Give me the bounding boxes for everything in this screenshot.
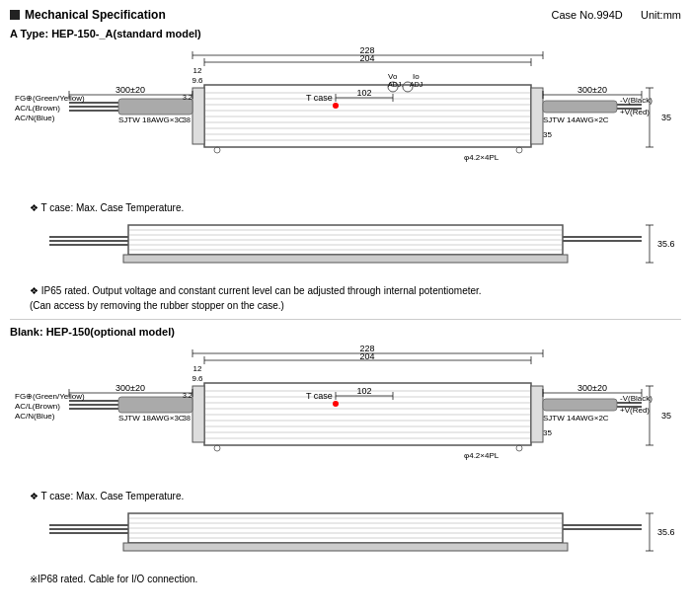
svg-text:35.6: 35.6 [657, 239, 675, 249]
svg-point-63 [214, 147, 220, 153]
svg-text:SJTW 18AWG×3C: SJTW 18AWG×3C [118, 414, 185, 423]
case-info: Case No.994D Unit:mm [552, 9, 681, 21]
profile-blank-svg: 35.6 [10, 503, 681, 568]
section-a-top-diagram: 228 204 12 9.6 [10, 43, 681, 198]
section-a-profile: 35.6 [10, 215, 681, 281]
section-a-label: A Type: HEP-150-_A(standard model) [10, 28, 681, 39]
svg-text:FG⊕(Green/Yellow): FG⊕(Green/Yellow) [15, 94, 85, 103]
svg-text:AC/L(Brown): AC/L(Brown) [15, 402, 60, 411]
svg-text:Vo: Vo [388, 72, 398, 81]
svg-text:+V(Red): +V(Red) [620, 406, 650, 415]
svg-text:AC/L(Brown): AC/L(Brown) [15, 104, 60, 113]
svg-point-64 [516, 147, 522, 153]
svg-rect-102 [192, 386, 204, 442]
svg-point-50 [333, 103, 339, 109]
section-a: A Type: HEP-150-_A(standard model) 228 2… [10, 28, 681, 311]
title-icon [10, 10, 20, 20]
title-block: Mechanical Specification [10, 8, 166, 22]
svg-text:102: 102 [356, 88, 371, 98]
svg-text:300±20: 300±20 [115, 383, 145, 393]
profile-a-svg: 35.6 [10, 215, 681, 279]
unit: Unit:mm [641, 9, 681, 21]
svg-text:ADJ: ADJ [410, 81, 422, 88]
svg-text:SJTW 18AWG×3C: SJTW 18AWG×3C [118, 116, 185, 124]
page-title: Mechanical Specification [25, 8, 166, 22]
svg-text:204: 204 [359, 351, 374, 361]
svg-rect-107 [118, 397, 192, 413]
svg-text:35.6: 35.6 [657, 527, 675, 537]
svg-text:-V(Black): -V(Black) [620, 394, 653, 403]
svg-rect-110 [543, 399, 617, 411]
section-blank-note1: ❖ T case: Max. Case Temperature. [30, 491, 681, 501]
svg-text:35: 35 [543, 130, 552, 139]
svg-text:35: 35 [661, 113, 671, 122]
svg-text:12: 12 [193, 364, 202, 373]
svg-rect-153 [123, 543, 568, 551]
svg-point-126 [333, 401, 339, 407]
svg-text:300±20: 300±20 [577, 85, 607, 95]
header: Mechanical Specification Case No.994D Un… [10, 8, 681, 22]
section-blank-top-diagram: 228 204 12 9.6 [10, 342, 681, 487]
svg-text:φ4.2×4PL: φ4.2×4PL [464, 451, 499, 460]
diagram-a-svg: 228 204 12 9.6 [10, 43, 681, 196]
svg-text:SJTW 14AWG×2C: SJTW 14AWG×2C [543, 116, 609, 124]
svg-text:T case: T case [306, 391, 333, 401]
section-blank: Blank: HEP-150(optional model) 228 204 1… [10, 326, 681, 584]
svg-text:300±20: 300±20 [577, 383, 607, 393]
section-divider [10, 319, 681, 320]
section-blank-note2: ※IP68 rated. Cable for I/O connection. [30, 574, 681, 584]
svg-text:ADJ.: ADJ. [388, 81, 403, 88]
svg-text:35: 35 [543, 428, 552, 437]
svg-text:AC/N(Blue): AC/N(Blue) [15, 412, 55, 421]
svg-text:T case: T case [306, 93, 333, 103]
svg-text:-V(Black): -V(Black) [620, 96, 653, 105]
svg-text:FG⊕(Green/Yellow): FG⊕(Green/Yellow) [15, 392, 85, 401]
svg-text:SJTW 14AWG×2C: SJTW 14AWG×2C [543, 414, 609, 423]
svg-rect-77 [123, 255, 568, 263]
svg-text:Io: Io [413, 72, 420, 81]
svg-text:+V(Red): +V(Red) [620, 108, 650, 116]
svg-text:204: 204 [359, 53, 374, 63]
section-a-note2b: (Can access by removing the rubber stopp… [30, 300, 681, 311]
svg-text:102: 102 [356, 386, 371, 396]
svg-text:9.6: 9.6 [192, 76, 203, 85]
section-a-note1: ❖ T case: Max. Case Temperature. [30, 202, 681, 213]
section-blank-label: Blank: HEP-150(optional model) [10, 326, 681, 338]
svg-point-140 [516, 445, 522, 451]
svg-rect-20 [192, 88, 204, 144]
case-no: Case No.994D [552, 9, 623, 21]
svg-text:12: 12 [193, 66, 202, 75]
svg-point-139 [214, 445, 220, 451]
svg-text:38: 38 [183, 116, 191, 123]
svg-text:35: 35 [661, 411, 671, 421]
svg-rect-21 [531, 88, 543, 144]
svg-text:38: 38 [183, 415, 191, 422]
svg-text:φ4.2×4PL: φ4.2×4PL [464, 153, 499, 162]
svg-text:3.2: 3.2 [183, 392, 192, 399]
diagram-blank-svg: 228 204 12 9.6 [10, 342, 681, 485]
svg-text:3.2: 3.2 [183, 94, 192, 101]
section-a-note2: ❖ IP65 rated. Output voltage and constan… [30, 285, 681, 296]
section-blank-profile: 35.6 [10, 503, 681, 570]
svg-text:9.6: 9.6 [192, 374, 203, 383]
svg-rect-103 [531, 386, 543, 442]
svg-text:300±20: 300±20 [115, 85, 145, 95]
svg-rect-28 [543, 101, 617, 113]
svg-text:AC/N(Blue): AC/N(Blue) [15, 114, 55, 122]
svg-rect-25 [118, 99, 192, 115]
